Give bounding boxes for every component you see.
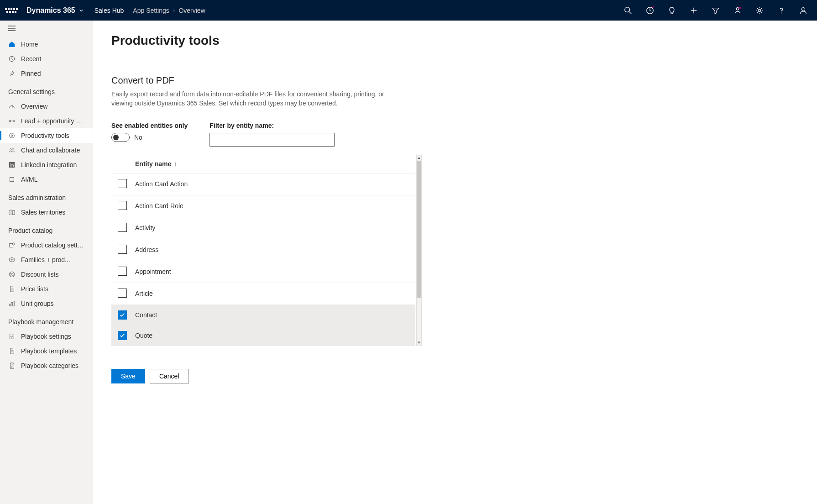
scrollbar[interactable]: ▲ ▼: [416, 155, 422, 346]
svg-point-31: [10, 273, 11, 274]
save-button[interactable]: Save: [111, 369, 145, 383]
sidebar-item[interactable]: $Price lists: [0, 282, 93, 296]
brand-label: Dynamics 365: [26, 6, 75, 15]
svg-rect-25: [10, 178, 14, 182]
sidebar-item-label: Recent: [21, 55, 41, 63]
button-row: Save Cancel: [111, 369, 799, 383]
entity-checkbox[interactable]: [118, 331, 127, 340]
task-icon[interactable]: [645, 6, 655, 15]
clock-icon: [8, 55, 16, 63]
entity-name: Contact: [135, 311, 157, 319]
sidebar-item[interactable]: Discount lists: [0, 267, 93, 282]
brand[interactable]: Dynamics 365: [26, 6, 84, 15]
entity-checkbox[interactable]: [118, 201, 127, 210]
sidebar-item-pinned[interactable]: Pinned: [0, 66, 93, 81]
svg-point-21: [10, 149, 12, 151]
sidebar-item[interactable]: Playbook settings: [0, 329, 93, 344]
svg-rect-38: [10, 334, 14, 339]
entity-table-header: Entity name ↑: [111, 155, 415, 173]
sidebar-item[interactable]: Lead + opportunity ma...: [0, 114, 93, 128]
app-name[interactable]: Sales Hub: [94, 7, 124, 14]
assistant-icon[interactable]: [733, 6, 742, 15]
sidebar-item[interactable]: Playbook categories: [0, 358, 93, 373]
entity-name: Action Card Action: [135, 180, 188, 188]
breadcrumb-item[interactable]: Overview: [178, 7, 205, 14]
entity-checkbox[interactable]: [118, 310, 127, 320]
entity-checkbox[interactable]: [118, 223, 127, 232]
svg-rect-17: [13, 120, 15, 122]
sidebar: Home Recent Pinned General settingsOverv…: [0, 21, 93, 504]
entity-checkbox[interactable]: [118, 289, 127, 298]
percent-icon: [8, 271, 16, 278]
sidebar-item[interactable]: Productivity tools: [0, 128, 93, 143]
sidebar-item[interactable]: Product catalog settings: [0, 238, 93, 252]
sidebar-item-label: Unit groups: [21, 300, 54, 307]
lightbulb-icon[interactable]: [667, 6, 676, 15]
sidebar-section-title: Product catalog: [0, 220, 93, 238]
svg-rect-37: [13, 301, 15, 306]
sidebar-item-label: Home: [21, 41, 38, 48]
column-header[interactable]: Entity name: [135, 160, 171, 168]
filter-icon[interactable]: [711, 6, 720, 15]
entity-row[interactable]: Appointment: [111, 261, 415, 283]
sidebar-item-label: Discount lists: [21, 271, 58, 278]
cancel-button[interactable]: Cancel: [150, 369, 189, 383]
svg-rect-28: [10, 244, 13, 247]
breadcrumb-item[interactable]: App Settings: [133, 7, 169, 14]
svg-text:in: in: [10, 163, 14, 168]
section-title: Convert to PDF: [111, 75, 799, 86]
sidebar-item[interactable]: Playbook templates: [0, 344, 93, 358]
user-icon[interactable]: [799, 6, 808, 15]
sidebar-item[interactable]: Sales territories: [0, 205, 93, 220]
scroll-up-icon[interactable]: ▲: [417, 155, 421, 161]
entity-row[interactable]: Action Card Action: [111, 173, 415, 195]
enabled-entities-toggle[interactable]: [111, 133, 130, 142]
svg-point-29: [12, 243, 15, 245]
top-actions: [623, 6, 812, 15]
entity-row[interactable]: Address: [111, 239, 415, 261]
entity-filter-input[interactable]: [209, 133, 335, 147]
entity-checkbox[interactable]: [118, 179, 127, 188]
help-icon[interactable]: [777, 6, 786, 15]
svg-line-33: [10, 273, 14, 276]
section-description: Easily export record and form data into …: [111, 89, 385, 108]
entity-row[interactable]: Article: [111, 283, 415, 305]
svg-point-7: [739, 7, 741, 9]
sidebar-item-label: AI/ML: [21, 176, 38, 183]
entity-row[interactable]: Activity: [111, 217, 415, 239]
entity-name: Quote: [135, 332, 152, 339]
entity-name: Address: [135, 246, 158, 253]
entity-row[interactable]: Quote: [111, 326, 415, 346]
scroll-down-icon[interactable]: ▼: [417, 340, 421, 346]
scrollbar-thumb[interactable]: [417, 161, 421, 298]
sidebar-section-title: General settings: [0, 81, 93, 99]
search-icon[interactable]: [623, 6, 633, 15]
svg-point-32: [12, 275, 13, 276]
sidebar-item[interactable]: Chat and collaborate: [0, 143, 93, 158]
sidebar-item-home[interactable]: Home: [0, 37, 93, 52]
sidebar-item[interactable]: Overview: [0, 99, 93, 114]
flow-icon: [8, 117, 16, 125]
box-gear-icon: [8, 242, 16, 249]
sidebar-section-title: Sales administration: [0, 187, 93, 205]
plus-icon[interactable]: [689, 6, 698, 15]
entity-row[interactable]: Action Card Role: [111, 195, 415, 217]
app-launcher-icon[interactable]: [5, 8, 18, 13]
sidebar-item[interactable]: AI/ML: [0, 172, 93, 187]
gear-icon[interactable]: [755, 6, 764, 15]
filter-row: See enabled entities only No Filter by e…: [111, 122, 799, 147]
entity-checkbox[interactable]: [118, 267, 127, 276]
sidebar-item[interactable]: Families + prod...: [0, 252, 93, 267]
sidebar-item[interactable]: Unit groups: [0, 296, 93, 311]
people-icon: [8, 147, 16, 154]
sort-ascending-icon[interactable]: ↑: [174, 161, 177, 167]
svg-point-6: [736, 7, 738, 10]
sidebar-item-label: Price lists: [21, 285, 48, 293]
sidebar-item[interactable]: inLinkedIn integration: [0, 158, 93, 172]
svg-point-0: [625, 7, 630, 12]
entity-checkbox[interactable]: [118, 245, 127, 254]
hamburger-icon[interactable]: [0, 21, 93, 37]
entity-row[interactable]: Contact: [111, 305, 415, 326]
sidebar-item-recent[interactable]: Recent: [0, 52, 93, 66]
entity-name: Action Card Role: [135, 202, 183, 210]
